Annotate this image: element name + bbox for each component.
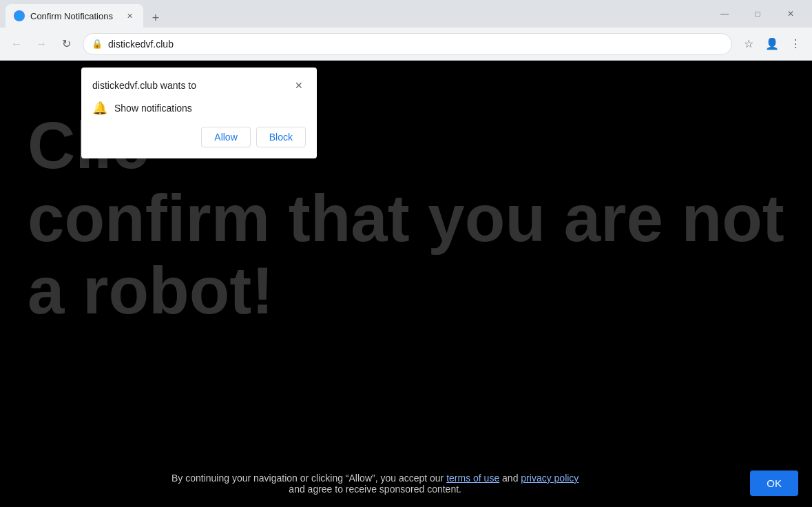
- block-button[interactable]: Block: [256, 127, 306, 147]
- popup-header: distickedvf.club wants to ✕: [92, 79, 306, 92]
- banner-text-between: and: [499, 473, 521, 484]
- bell-icon: 🔔: [92, 101, 107, 116]
- ok-button[interactable]: OK: [750, 470, 798, 496]
- tab-favicon: 🌐: [14, 10, 25, 21]
- banner-text-after: and agree to receive sponsored content.: [289, 484, 461, 495]
- terms-of-use-link[interactable]: terms of use: [446, 473, 499, 484]
- tab-area: 🌐 Confirm Notifications ✕ +: [6, 0, 706, 28]
- page-content: Clic confirm that you are not a robot! d…: [0, 61, 812, 507]
- banner-text: By continuing your navigation or clickin…: [14, 473, 736, 495]
- popup-close-button[interactable]: ✕: [292, 79, 306, 92]
- close-button[interactable]: ✕: [775, 3, 806, 25]
- back-button[interactable]: ←: [6, 33, 28, 55]
- popup-title: distickedvf.club wants to: [92, 80, 196, 91]
- chrome-window: 🌐 Confirm Notifications ✕ + — □ ✕ ← → ↻ …: [0, 0, 812, 507]
- active-tab[interactable]: 🌐 Confirm Notifications ✕: [6, 4, 143, 28]
- account-button[interactable]: 👤: [761, 33, 783, 55]
- menu-button[interactable]: ⋮: [784, 33, 806, 55]
- popup-buttons: Allow Block: [92, 127, 306, 147]
- bottom-banner: By continuing your navigation or clickin…: [0, 459, 812, 507]
- tab-title: Confirm Notifications: [30, 11, 118, 21]
- banner-text-before: By continuing your navigation or clickin…: [171, 473, 446, 484]
- maximize-button[interactable]: □: [742, 3, 773, 25]
- minimize-button[interactable]: —: [709, 3, 740, 25]
- tab-close-button[interactable]: ✕: [124, 10, 135, 21]
- notification-label: Show notifications: [114, 103, 192, 114]
- popup-notification-row: 🔔 Show notifications: [92, 101, 306, 116]
- allow-button[interactable]: Allow: [201, 127, 250, 147]
- address-bar[interactable]: 🔒 distickedvf.club: [83, 33, 732, 55]
- body-line3: a robot!: [28, 254, 273, 327]
- privacy-policy-link[interactable]: privacy policy: [521, 473, 579, 484]
- window-controls: — □ ✕: [709, 3, 806, 25]
- refresh-button[interactable]: ↻: [55, 33, 77, 55]
- navigation-bar: ← → ↻ 🔒 distickedvf.club ☆ 👤 ⋮: [0, 28, 812, 61]
- body-line2: confirm that you are not: [28, 181, 784, 255]
- bookmark-button[interactable]: ☆: [738, 33, 760, 55]
- notification-popup: distickedvf.club wants to ✕ 🔔 Show notif…: [81, 68, 317, 158]
- forward-button[interactable]: →: [30, 33, 52, 55]
- new-tab-button[interactable]: +: [146, 8, 165, 28]
- lock-icon: 🔒: [92, 39, 103, 49]
- title-bar: 🌐 Confirm Notifications ✕ + — □ ✕: [0, 0, 812, 28]
- nav-actions: ☆ 👤 ⋮: [738, 33, 806, 55]
- url-text: distickedvf.club: [108, 39, 723, 50]
